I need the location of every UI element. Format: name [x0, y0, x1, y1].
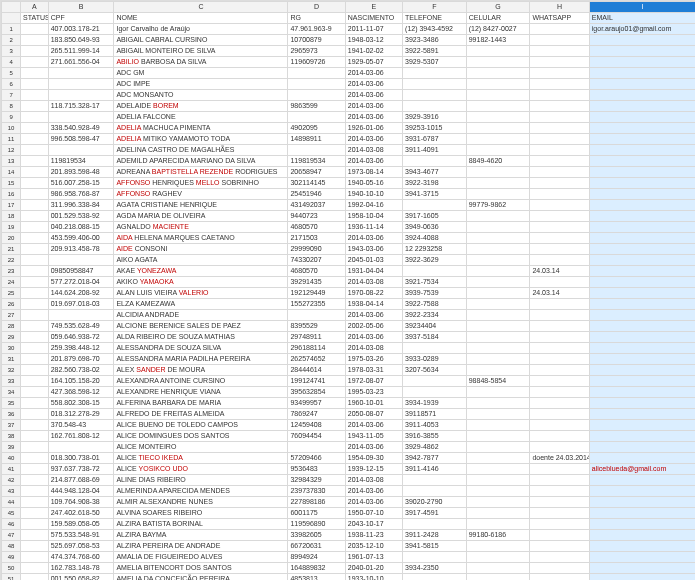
cell-G47[interactable]: 99180-6186 [466, 530, 530, 541]
cell-G4[interactable] [466, 57, 530, 68]
cell-D49[interactable]: 8994924 [288, 552, 345, 563]
cell-I46[interactable] [589, 519, 695, 530]
cell-B32[interactable]: 282.560.738-02 [48, 365, 114, 376]
col-header-H[interactable]: H [530, 2, 589, 13]
cell-H8[interactable] [530, 101, 589, 112]
cell-G50[interactable] [466, 563, 530, 574]
cell-F11[interactable]: 3931-6787 [403, 134, 467, 145]
cell-I34[interactable] [589, 387, 695, 398]
cell-C42[interactable]: ALINE DIAS RIBEIRO [114, 475, 288, 486]
cell-C24[interactable]: AKIKO YAMAOKA [114, 277, 288, 288]
table-row[interactable]: 3265.511.999-14ABIGAIL MONTEIRO DE SILVA… [2, 46, 696, 57]
cell-B38[interactable]: 162.761.808-12 [48, 431, 114, 442]
row-header[interactable]: 39 [2, 442, 21, 453]
table-row[interactable]: 37370.548-43ALICE BUENO DE TOLEDO CAMPOS… [2, 420, 696, 431]
cell-C35[interactable]: ALFERINA BARBARA DE MARIA [114, 398, 288, 409]
table-row[interactable]: 48525.697.058-53ALZIRA PEREIRA DE ANDRAD… [2, 541, 696, 552]
row-header[interactable]: 19 [2, 222, 21, 233]
row-header[interactable]: 37 [2, 420, 21, 431]
table-row[interactable]: 33164.105.158-20ALEXANDRA ANTOINE CURSIN… [2, 376, 696, 387]
row-header[interactable]: 44 [2, 497, 21, 508]
cell-G14[interactable] [466, 167, 530, 178]
cell-G3[interactable] [466, 46, 530, 57]
row-header[interactable]: 23 [2, 266, 21, 277]
cell-D41[interactable]: 9536483 [288, 464, 345, 475]
table-row[interactable]: 31201.879.698-70ALESSANDRA MARIA PADILHA… [2, 354, 696, 365]
cell-G40[interactable] [466, 453, 530, 464]
cell-I44[interactable] [589, 497, 695, 508]
cell-H26[interactable] [530, 299, 589, 310]
cell-G26[interactable] [466, 299, 530, 310]
row-header[interactable]: 5 [2, 68, 21, 79]
cell-A40[interactable] [21, 453, 49, 464]
cell-E19[interactable]: 1936-11-14 [345, 222, 402, 233]
table-row[interactable]: 25144.624.208-92ALAN LUIS VIEIRA VALERIO… [2, 288, 696, 299]
col-header-C[interactable]: C [114, 2, 288, 13]
cell-F2[interactable]: 3923-3486 [403, 35, 467, 46]
cell-G21[interactable] [466, 244, 530, 255]
cell-F29[interactable]: 3937-5184 [403, 332, 467, 343]
table-row[interactable]: 50162.783.148-78AMELIA BITENCORT DOS SAN… [2, 563, 696, 574]
cell-A15[interactable] [21, 178, 49, 189]
row-header[interactable]: 13 [2, 156, 21, 167]
cell-G28[interactable] [466, 321, 530, 332]
cell-B28[interactable]: 749.535.628-49 [48, 321, 114, 332]
cell-G10[interactable] [466, 123, 530, 134]
table-row[interactable]: 30259.398.448-12ALESSANDRA DE SOUZA SILV… [2, 343, 696, 354]
cell-B18[interactable]: 001.529.538-92 [48, 211, 114, 222]
cell-B42[interactable]: 214.877.688-69 [48, 475, 114, 486]
col-header-A[interactable]: A [21, 2, 49, 13]
cell-G7[interactable] [466, 90, 530, 101]
cell-F36[interactable]: 39118571 [403, 409, 467, 420]
cell-D20[interactable]: 2171503 [288, 233, 345, 244]
cell-D34[interactable]: 395632854 [288, 387, 345, 398]
cell-H41[interactable] [530, 464, 589, 475]
cell-B47[interactable]: 575.533.548-91 [48, 530, 114, 541]
cell-B45[interactable]: 247.402.618-50 [48, 508, 114, 519]
cell-E49[interactable]: 1961-07-13 [345, 552, 402, 563]
cell-D35[interactable]: 93499957 [288, 398, 345, 409]
cell-A32[interactable] [21, 365, 49, 376]
cell-C43[interactable]: ALMERINDA APARECIDA MENDES [114, 486, 288, 497]
row-header[interactable]: 21 [2, 244, 21, 255]
cell-F16[interactable]: 3941-3715 [403, 189, 467, 200]
cell-B15[interactable]: 516.007.258-15 [48, 178, 114, 189]
cell-A29[interactable] [21, 332, 49, 343]
cell-C32[interactable]: ALEX SANDER DE MOURA [114, 365, 288, 376]
cell-F6[interactable] [403, 79, 467, 90]
table-row[interactable]: 15516.007.258-15AFFONSO HENRIQUES MELLO … [2, 178, 696, 189]
cell-A18[interactable] [21, 211, 49, 222]
cell-F45[interactable]: 3917-4591 [403, 508, 467, 519]
cell-G1[interactable]: (12) 8427-0027 [466, 24, 530, 35]
cell-A24[interactable] [21, 277, 49, 288]
cell-A10[interactable] [21, 123, 49, 134]
row-header[interactable]: 33 [2, 376, 21, 387]
cell-H44[interactable] [530, 497, 589, 508]
cell-D11[interactable]: 14898911 [288, 134, 345, 145]
table-row[interactable]: 20453.599.406-00AIDA HELENA MARQUES CAET… [2, 233, 696, 244]
cell-E44[interactable]: 2014-03-06 [345, 497, 402, 508]
cell-G42[interactable] [466, 475, 530, 486]
cell-I37[interactable] [589, 420, 695, 431]
cell-G39[interactable] [466, 442, 530, 453]
cell-F15[interactable]: 3922-3198 [403, 178, 467, 189]
cell-A37[interactable] [21, 420, 49, 431]
cell-I7[interactable] [589, 90, 695, 101]
cell-A8[interactable] [21, 101, 49, 112]
cell-D38[interactable]: 76094454 [288, 431, 345, 442]
cell-E38[interactable]: 1943-11-05 [345, 431, 402, 442]
cell-C28[interactable]: ALCIONE BERENICE SALES DE PAEZ [114, 321, 288, 332]
table-row[interactable]: 8118.715.328-17ADELAIDE BOREM98635992014… [2, 101, 696, 112]
cell-H32[interactable] [530, 365, 589, 376]
cell-C47[interactable]: ALZIRA BAYMA [114, 530, 288, 541]
cell-B51[interactable]: 001.550.658-82 [48, 574, 114, 581]
cell-A1[interactable] [21, 24, 49, 35]
row-header[interactable]: 50 [2, 563, 21, 574]
cell-D30[interactable]: 296188114 [288, 343, 345, 354]
cell-G29[interactable] [466, 332, 530, 343]
cell-D51[interactable]: 4853813 [288, 574, 345, 581]
cell-A30[interactable] [21, 343, 49, 354]
table-row[interactable]: 13119819534ADEMILD APARECIDA MARIANO DA … [2, 156, 696, 167]
table-row[interactable]: 47575.533.548-91ALZIRA BAYMA339826051938… [2, 530, 696, 541]
cell-G19[interactable] [466, 222, 530, 233]
